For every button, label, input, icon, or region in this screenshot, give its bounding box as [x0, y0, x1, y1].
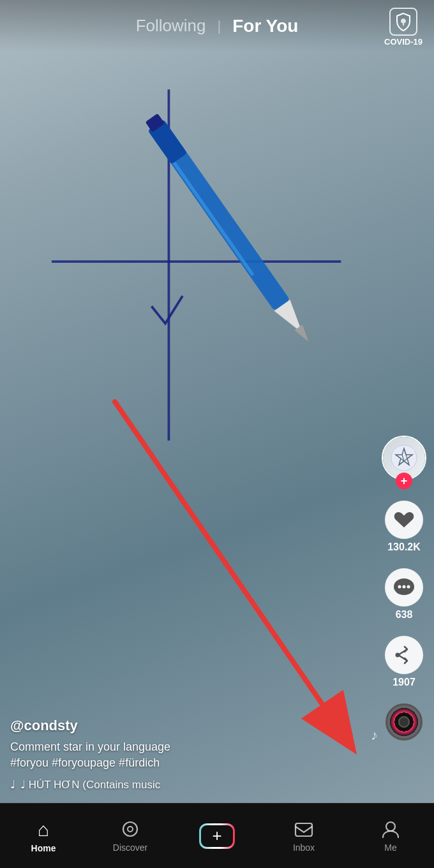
plus-icon: + — [201, 825, 233, 847]
like-button[interactable]: 130.2K — [385, 501, 423, 553]
nav-inbox[interactable]: Inbox — [260, 820, 347, 853]
comment-button[interactable]: 638 — [385, 568, 423, 621]
svg-point-19 — [407, 585, 410, 589]
nav-me[interactable]: Me — [347, 820, 434, 853]
heart-icon — [385, 501, 423, 539]
video-info: @condsty Comment star in your language#f… — [10, 717, 357, 791]
music-note-float: ♪ — [371, 727, 378, 744]
discover-label: Discover — [113, 842, 147, 853]
svg-point-21 — [123, 822, 137, 836]
covid-shield-icon — [389, 8, 417, 36]
svg-point-22 — [128, 827, 133, 832]
me-icon — [380, 820, 401, 840]
creator-profile[interactable]: + — [382, 436, 426, 485]
right-actions-panel: + 130.2K 638 — [382, 436, 426, 740]
following-tab[interactable]: Following — [136, 16, 206, 36]
discover-icon — [120, 820, 140, 840]
covid-label: COVID-19 — [384, 37, 423, 47]
video-description: Comment star in your language#foryou #fo… — [10, 739, 357, 771]
music-note-icon: ♩ — [10, 777, 15, 791]
home-label: Home — [31, 843, 56, 853]
nav-discover[interactable]: Discover — [87, 820, 174, 853]
covid-button[interactable]: COVID-19 — [384, 8, 423, 47]
music-info[interactable]: ♩ ♩ HÚT HƠN (Contains music — [10, 777, 357, 791]
share-count: 1907 — [393, 677, 415, 688]
svg-point-24 — [386, 822, 395, 831]
svg-point-17 — [398, 585, 401, 589]
inbox-label: Inbox — [293, 842, 315, 853]
follow-button[interactable]: + — [396, 473, 412, 489]
comment-count: 638 — [396, 609, 413, 621]
music-title: ♩ HÚT HƠN (Contains music — [20, 778, 160, 791]
music-disc[interactable] — [385, 703, 423, 740]
creator-username[interactable]: @condsty — [10, 717, 357, 734]
bottom-nav: ⌂ Home Discover + Inbox Me — [0, 803, 434, 868]
home-icon: ⌂ — [38, 819, 49, 841]
like-count: 130.2K — [387, 541, 421, 553]
header-separator: | — [217, 18, 221, 34]
svg-rect-4 — [172, 161, 254, 276]
share-icon — [385, 636, 423, 674]
nav-create[interactable]: + — [174, 823, 260, 849]
nav-home[interactable]: ⌂ Home — [0, 819, 87, 853]
svg-rect-23 — [296, 823, 312, 836]
me-label: Me — [384, 842, 396, 853]
header: Following | For You COVID-19 — [0, 0, 434, 52]
avatar-container: + — [382, 436, 426, 480]
svg-point-18 — [403, 585, 406, 589]
inbox-icon — [294, 820, 314, 840]
foryou-tab[interactable]: For You — [232, 16, 298, 36]
svg-point-20 — [396, 653, 400, 658]
comment-icon — [385, 568, 423, 607]
create-button[interactable]: + — [199, 823, 235, 849]
share-button[interactable]: 1907 — [385, 636, 423, 688]
music-disc-icon — [385, 703, 423, 740]
